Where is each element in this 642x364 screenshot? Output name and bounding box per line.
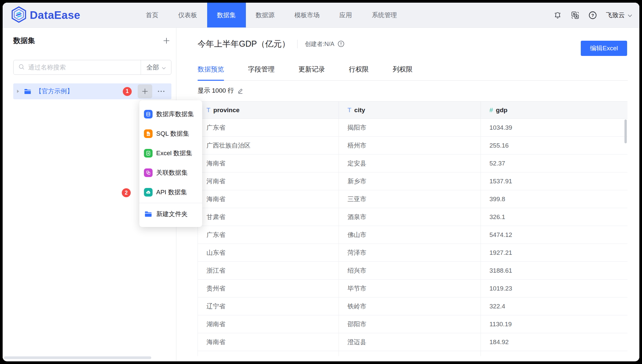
search-input[interactable] (28, 64, 127, 71)
column-header-gdp[interactable]: #gdp (481, 102, 628, 119)
tree-more-icon[interactable] (156, 90, 166, 92)
user-menu[interactable]: 飞致云 (606, 11, 632, 20)
cell-gdp: 1019.23 (481, 280, 628, 297)
language-translate-icon[interactable] (571, 11, 579, 20)
table-vertical-scrollbar[interactable] (624, 119, 627, 143)
dataset-detail-panel: 今年上半年GDP（亿元） 创建者:N/A 编辑Excel 数据预览 字段管理 更… (176, 28, 639, 361)
cell-province: 海南省 (198, 155, 339, 172)
help-icon[interactable]: ? (588, 11, 597, 20)
menu-item-new-folder[interactable]: 新建文件夹 (139, 204, 202, 224)
table-row[interactable]: 海南省 三亚市 399.8 (198, 190, 628, 208)
column-header-province[interactable]: Tprovince (198, 102, 339, 119)
tab-row-permission[interactable]: 行权限 (349, 62, 369, 80)
cell-city: 绍兴市 (339, 262, 481, 280)
cell-city (339, 351, 481, 356)
table-row[interactable]: 湖南省 邵阳市 1130.19 (198, 315, 628, 333)
nav-item-dashboard[interactable]: 仪表板 (168, 3, 207, 27)
table-row[interactable]: 甘肃省 酒泉市 326.1 (198, 208, 628, 226)
menu-item-label: SQL 数据集 (156, 129, 189, 138)
cell-province: 辽宁省 (198, 297, 339, 315)
top-navbar: DataEase 首页 仪表板 数据集 数据源 模板市场 应用 系统管理 (3, 3, 639, 28)
creator-label: 创建者:N/A (305, 40, 334, 48)
nav-item-home[interactable]: 首页 (136, 3, 168, 27)
add-dataset-icon[interactable] (162, 36, 171, 45)
table-header-row: Tprovince Tcity #gdp (198, 102, 628, 119)
main-nav: 首页 仪表板 数据集 数据源 模板市场 应用 系统管理 (136, 3, 407, 27)
table-row[interactable]: 山东省 菏泽市 1927.21 (198, 244, 628, 262)
table-row[interactable]: 河南省 新乡市 1537.91 (198, 172, 628, 190)
cell-province: 广西壮族自治区 (198, 137, 339, 155)
menu-item-label: 数据库数据集 (156, 110, 194, 118)
search-icon (18, 64, 25, 71)
sidebar-title: 数据集 (13, 36, 35, 46)
cell-province: 浙江省 (198, 262, 339, 280)
tree-item-official-examples[interactable]: 【官方示例】 1 (13, 83, 171, 99)
nav-item-template-market[interactable]: 模板市场 (285, 3, 330, 27)
cell-city: 揭阳市 (339, 119, 481, 137)
filter-dropdown[interactable]: 全部 (141, 60, 171, 74)
nav-item-datasource[interactable]: 数据源 (246, 3, 285, 27)
table-row[interactable]: 广西壮族自治区 梧州市 255.16 (198, 137, 628, 155)
tab-field-management[interactable]: 字段管理 (248, 62, 274, 80)
cell-city: 定安县 (339, 155, 481, 172)
database-icon (144, 110, 153, 118)
cell-province: 河南省 (198, 172, 339, 190)
user-name: 飞致云 (606, 11, 625, 20)
svg-text:API: API (147, 192, 149, 193)
detail-tabs: 数据预览 字段管理 更新记录 行权限 列权限 (198, 62, 628, 81)
edit-pencil-icon[interactable] (237, 88, 244, 94)
cell-province: 海南省 (198, 190, 339, 208)
cell-city: 三亚市 (339, 190, 481, 208)
sidebar-horizontal-scrollbar[interactable] (4, 356, 151, 359)
table-row[interactable]: 辽宁省 铁岭市 322.4 (198, 297, 628, 315)
menu-item-api-dataset[interactable]: API API 数据集 (139, 182, 202, 202)
table-row[interactable] (198, 351, 628, 356)
tree-add-button[interactable] (138, 84, 152, 98)
cell-province: 甘肃省 (198, 208, 339, 226)
edit-excel-button[interactable]: 编辑Excel (581, 41, 627, 56)
cell-province: 广东省 (198, 226, 339, 244)
tab-column-permission[interactable]: 列权限 (393, 62, 413, 80)
nav-item-application[interactable]: 应用 (330, 3, 362, 27)
sql-icon: SQL (144, 129, 153, 138)
cell-gdp: 399.8 (481, 190, 628, 208)
table-row[interactable]: 海南省 澄迈县 184.92 (198, 333, 628, 351)
cell-gdp: 3188.61 (481, 262, 628, 280)
tab-data-preview[interactable]: 数据预览 (198, 62, 224, 80)
svg-text:?: ? (591, 13, 594, 18)
menu-item-union-dataset[interactable]: 关联数据集 (139, 163, 202, 182)
brand-name: DataEase (30, 9, 80, 22)
table-row[interactable]: 广东省 佛山市 5474.12 (198, 226, 628, 244)
nav-item-system-admin[interactable]: 系统管理 (362, 3, 407, 27)
table-row[interactable]: 广东省 揭阳市 1034.39 (198, 119, 628, 137)
folder-icon (144, 211, 153, 217)
app-window: DataEase 首页 仪表板 数据集 数据源 模板市场 应用 系统管理 (3, 3, 639, 361)
menu-item-label: 新建文件夹 (156, 210, 188, 218)
caret-right-icon[interactable] (17, 89, 21, 93)
folder-icon (24, 88, 31, 95)
cell-province: 海南省 (198, 333, 339, 351)
cell-city: 澄迈县 (339, 333, 481, 351)
nav-item-dataset[interactable]: 数据集 (207, 3, 246, 27)
menu-item-database-dataset[interactable]: 数据库数据集 (139, 104, 202, 124)
field-type-number-icon: # (489, 107, 493, 114)
body: 数据集 全部 (3, 28, 639, 361)
table-row[interactable]: 浙江省 绍兴市 3188.61 (198, 262, 628, 280)
column-header-city[interactable]: Tcity (339, 102, 481, 119)
table-row[interactable]: 贵州省 毕节市 1019.23 (198, 280, 628, 297)
brand[interactable]: DataEase (11, 3, 80, 27)
menu-item-excel-dataset[interactable]: Excel 数据集 (139, 143, 202, 163)
tab-update-records[interactable]: 更新记录 (298, 62, 325, 80)
notification-bell-icon[interactable] (553, 11, 562, 20)
table-body: 广东省 揭阳市 1034.39 广西壮族自治区 梧州市 255.16 海南省 定… (198, 119, 628, 356)
menu-item-label: Excel 数据集 (156, 149, 192, 158)
menu-item-sql-dataset[interactable]: SQL SQL 数据集 (139, 124, 202, 143)
cell-province: 贵州省 (198, 280, 339, 297)
cell-province: 湖南省 (198, 315, 339, 333)
divider (297, 40, 298, 48)
info-icon[interactable] (338, 40, 344, 47)
cell-gdp: 1130.19 (481, 315, 628, 333)
table-row[interactable]: 海南省 定安县 52.37 (198, 155, 628, 172)
cell-province: 广东省 (198, 119, 339, 137)
cell-city: 邵阳市 (339, 315, 481, 333)
